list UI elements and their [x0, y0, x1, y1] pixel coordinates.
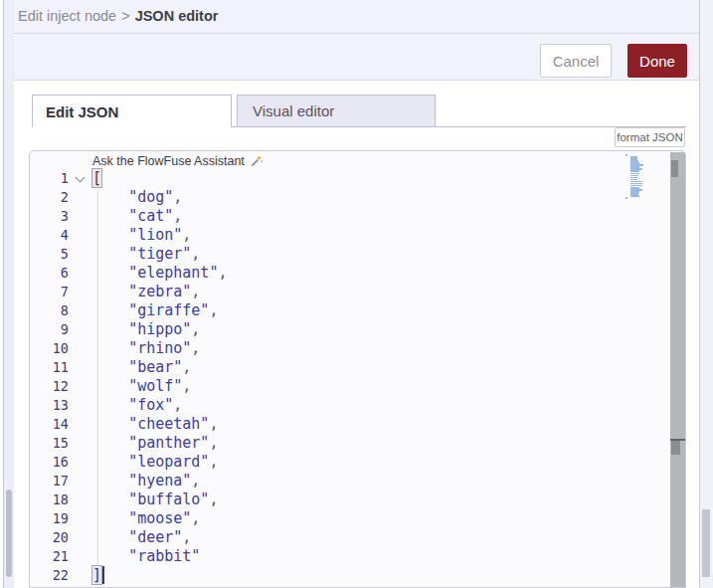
editor-scrollbar-marker-top — [671, 160, 678, 177]
code-text: "cheetah", — [92, 415, 218, 434]
breadcrumb-bar: Edit inject node>JSON editor — [14, 0, 700, 34]
code-text: "buffalo", — [92, 490, 218, 509]
code-line[interactable]: 14 "cheetah", — [30, 415, 670, 434]
breadcrumb-current: JSON editor — [135, 8, 219, 24]
line-number: 17 — [40, 473, 69, 489]
line-number: 2 — [40, 189, 69, 205]
line-number: 14 — [40, 416, 69, 432]
editor-scrollbar[interactable] — [670, 152, 686, 588]
code-line[interactable]: 22] — [30, 566, 670, 585]
code-line[interactable]: 16 "leopard", — [30, 453, 670, 472]
code-line[interactable]: 7 "zebra", — [30, 283, 670, 301]
code-line[interactable]: 1[ — [30, 169, 670, 188]
line-number: 15 — [40, 435, 69, 451]
breadcrumb-parent[interactable]: Edit inject node — [18, 8, 116, 24]
line-number: 13 — [40, 397, 69, 413]
code-text: "lion", — [92, 226, 191, 245]
tab-edit-json-label: Edit JSON — [46, 103, 118, 120]
code-text: "rabbit" — [92, 547, 200, 566]
code-line[interactable]: 12 "wolf", — [30, 377, 670, 396]
code-text: "deer", — [92, 528, 191, 547]
code-line[interactable]: 5 "tiger", — [30, 245, 670, 264]
code-text: "leopard", — [92, 453, 218, 472]
code-line[interactable]: 9 "hippo", — [30, 320, 670, 339]
line-number: 12 — [40, 378, 69, 394]
code-text: "fox", — [92, 396, 182, 415]
left-scrollbar-thumb[interactable] — [6, 490, 12, 577]
code-line[interactable]: 2 "dog", — [30, 188, 670, 207]
code-line[interactable]: 20 "deer", — [30, 528, 670, 547]
code-line[interactable]: 8 "giraffe", — [30, 301, 670, 320]
page-scrollbar-thumb[interactable] — [702, 509, 710, 577]
left-scrollbar-rail[interactable] — [3, 0, 14, 588]
line-number: 20 — [40, 529, 69, 545]
line-number: 18 — [40, 491, 69, 507]
tab-edit-json[interactable]: Edit JSON — [32, 95, 232, 127]
cancel-button[interactable]: Cancel — [540, 44, 612, 78]
code-text: "tiger", — [92, 245, 200, 264]
line-number: 1 — [40, 170, 69, 186]
minimap-line — [625, 154, 627, 156]
code-text: "moose", — [92, 509, 200, 528]
line-number: 22 — [40, 567, 69, 583]
code-line[interactable]: 10 "rhino", — [30, 339, 670, 358]
magic-wand-icon — [250, 154, 264, 168]
code-text: "hippo", — [92, 320, 200, 339]
line-number: 10 — [40, 340, 69, 356]
line-number: 9 — [40, 321, 69, 337]
breadcrumb: Edit inject node>JSON editor — [18, 8, 218, 24]
code-line[interactable]: 21 "rabbit" — [30, 547, 670, 566]
code-text: "giraffe", — [92, 301, 218, 320]
line-number: 11 — [40, 359, 69, 375]
code-text: "elephant", — [92, 264, 227, 283]
page-scrollbar-rail[interactable] — [700, 0, 713, 588]
code-line[interactable]: 13 "fox", — [30, 396, 670, 415]
code-line[interactable]: 17 "hyena", — [30, 472, 670, 490]
line-number: 4 — [40, 227, 69, 243]
json-editor-dialog: Edit inject node>JSON editor Cancel Done… — [0, 0, 713, 588]
code-editor[interactable]: Ask the FlowFuse Assistant 1[2 "dog",3 "… — [29, 150, 686, 588]
code-line[interactable]: 15 "panther", — [30, 434, 670, 453]
tab-visual-editor-label: Visual editor — [253, 102, 334, 119]
assistant-hint[interactable]: Ask the FlowFuse Assistant — [92, 152, 264, 169]
line-number: 7 — [40, 284, 69, 299]
line-number: 3 — [40, 208, 69, 224]
minimap-line — [630, 195, 640, 197]
minimap-line — [625, 197, 627, 199]
format-json-button[interactable]: format JSON — [615, 127, 685, 147]
code-text: "panther", — [92, 434, 218, 453]
code-text: [ — [92, 169, 101, 188]
code-line[interactable]: 4 "lion", — [30, 226, 670, 245]
assistant-label: Ask the FlowFuse Assistant — [92, 154, 245, 168]
editor-scrollbar-thumb[interactable] — [671, 441, 680, 455]
code-line[interactable]: 6 "elephant", — [30, 264, 670, 283]
text-cursor — [102, 566, 104, 584]
code-text: "zebra", — [92, 283, 200, 301]
code-line[interactable]: 19 "moose", — [30, 509, 670, 528]
breadcrumb-separator: > — [121, 8, 129, 24]
code-line[interactable]: 18 "buffalo", — [30, 490, 670, 509]
code-text: "bear", — [92, 358, 191, 377]
done-button[interactable]: Done — [627, 44, 687, 78]
code-text: "dog", — [92, 188, 182, 207]
code-text: "rhino", — [92, 339, 200, 358]
line-number: 8 — [40, 302, 69, 318]
line-number: 19 — [40, 510, 69, 526]
tab-visual-editor[interactable]: Visual editor — [237, 95, 436, 127]
code-text: "hyena", — [92, 472, 200, 490]
code-text: "wolf", — [92, 377, 191, 396]
line-number: 16 — [40, 454, 69, 470]
fold-chevron-icon[interactable] — [76, 173, 86, 183]
code-line[interactable]: 3 "cat", — [30, 207, 670, 226]
code-line[interactable]: 11 "bear", — [30, 358, 670, 377]
code-text: ] — [92, 566, 101, 585]
code-text: "cat", — [92, 207, 182, 226]
line-number: 5 — [40, 246, 69, 262]
line-number: 21 — [40, 548, 69, 564]
line-number: 6 — [40, 265, 69, 281]
action-bar: Cancel Done — [14, 34, 700, 81]
